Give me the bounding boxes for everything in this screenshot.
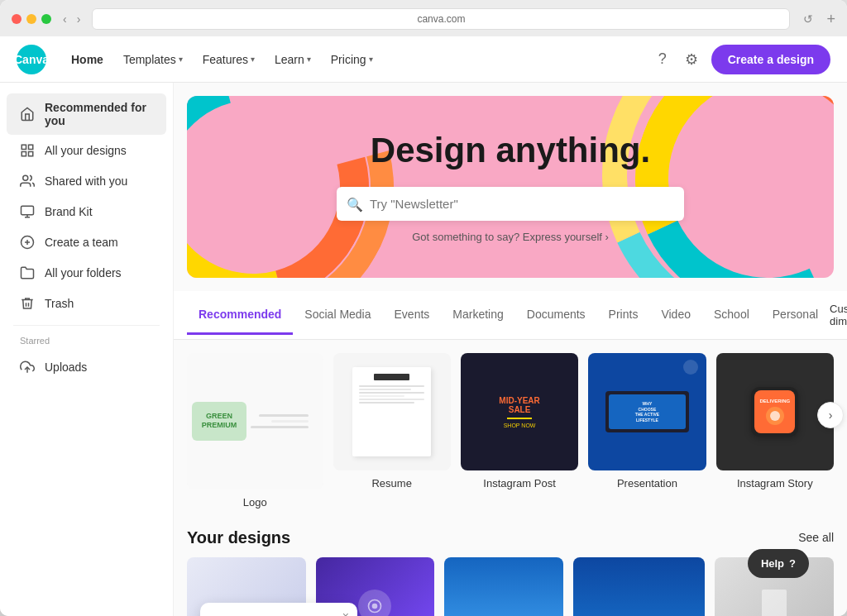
close-traffic-light[interactable] bbox=[12, 14, 22, 24]
help-icon: ? bbox=[789, 557, 796, 570]
sidebar-folders-label: All your folders bbox=[45, 266, 122, 279]
grid-icon bbox=[20, 143, 35, 158]
brand-icon bbox=[20, 204, 35, 219]
nav-right: ? ⚙ Create a design bbox=[653, 45, 830, 74]
promo-popup: × Pay for 1, get 4 free Invite 4 people … bbox=[200, 603, 357, 616]
logo-visual: GREENPREMIUM bbox=[187, 353, 323, 489]
app: Canva Home Templates ▾ Features ▾ Learn … bbox=[0, 36, 847, 616]
template-card-instagram[interactable]: MID-YEARSALE SHOP NOW Instagram Post bbox=[461, 353, 578, 489]
hero-search-input[interactable] bbox=[337, 187, 684, 221]
design-card-3[interactable] bbox=[444, 557, 563, 617]
nav-learn[interactable]: Learn ▾ bbox=[266, 46, 319, 73]
canva-logo[interactable]: Canva bbox=[17, 45, 46, 74]
see-all-link[interactable]: See all bbox=[798, 531, 834, 544]
template-card-logo[interactable]: GREENPREMIUM bbox=[187, 353, 323, 509]
fullscreen-traffic-light[interactable] bbox=[41, 14, 51, 24]
address-bar[interactable]: canva.com bbox=[92, 8, 790, 30]
template-thumb-logo: GREENPREMIUM bbox=[187, 353, 323, 489]
nav-templates[interactable]: Templates ▾ bbox=[115, 46, 191, 73]
content-area: Design anything. 🔍 Got something to say?… bbox=[174, 83, 847, 616]
logo-text: Canva bbox=[14, 53, 49, 66]
sidebar-item-uploads[interactable]: Uploads bbox=[7, 352, 166, 382]
sidebar-item-brand[interactable]: Brand Kit bbox=[7, 197, 166, 227]
home-icon bbox=[20, 107, 35, 122]
hero-banner: Design anything. 🔍 Got something to say?… bbox=[187, 96, 834, 278]
tab-personal[interactable]: Personal bbox=[761, 296, 830, 335]
templates-chevron: ▾ bbox=[179, 55, 183, 64]
svg-point-4 bbox=[23, 175, 28, 180]
template-card-story[interactable]: DELIVERING Instagram Story bbox=[716, 353, 834, 489]
tab-prints[interactable]: Prints bbox=[597, 296, 650, 335]
svg-rect-1 bbox=[29, 145, 33, 149]
sidebar-all-designs-label: All your designs bbox=[45, 144, 127, 157]
forward-button[interactable]: › bbox=[74, 11, 84, 27]
help-label: Help bbox=[761, 557, 784, 570]
settings-icon-button[interactable]: ⚙ bbox=[680, 45, 703, 74]
trash-icon bbox=[20, 296, 35, 311]
back-button[interactable]: ‹ bbox=[60, 11, 70, 27]
sidebar-item-shared[interactable]: Shared with you bbox=[7, 166, 166, 196]
help-icon-button[interactable]: ? bbox=[653, 45, 672, 73]
sidebar-recommended-label: Recommended for you bbox=[45, 101, 153, 127]
hero-search-container: 🔍 bbox=[337, 187, 684, 221]
your-designs-header: Your designs See all bbox=[187, 528, 834, 547]
tab-social-media[interactable]: Social Media bbox=[293, 296, 382, 335]
users-icon bbox=[20, 174, 35, 189]
hero-subtitle[interactable]: Got something to say? Express yourself › bbox=[412, 231, 609, 243]
tab-video[interactable]: Video bbox=[649, 296, 702, 335]
sidebar-item-trash[interactable]: Trash bbox=[7, 289, 166, 318]
sidebar-item-all-designs[interactable]: All your designs bbox=[7, 136, 166, 165]
nav-pricing[interactable]: Pricing ▾ bbox=[323, 46, 381, 73]
hero-title: Design anything. bbox=[371, 131, 650, 170]
nav-home[interactable]: Home bbox=[63, 46, 112, 73]
template-thumb-presentation: WHYCHOOSETHE ACTIVELIFESTYLE bbox=[588, 353, 706, 470]
main-layout: Recommended for you All your designs Sha… bbox=[0, 83, 847, 616]
template-name-logo: Logo bbox=[187, 496, 323, 509]
templates-grid: GREENPREMIUM bbox=[187, 353, 834, 509]
tab-documents[interactable]: Documents bbox=[515, 296, 597, 335]
template-card-resume[interactable]: Resume bbox=[333, 353, 451, 489]
sidebar-item-folders[interactable]: All your folders bbox=[7, 258, 166, 288]
sidebar-shared-label: Shared with you bbox=[45, 174, 127, 188]
carousel-next-button[interactable]: › bbox=[817, 402, 844, 428]
tab-recommended[interactable]: Recommended bbox=[187, 296, 293, 335]
design-card-4[interactable] bbox=[573, 557, 706, 617]
upload-icon bbox=[20, 360, 35, 375]
templates-section: GREENPREMIUM bbox=[174, 340, 847, 522]
create-design-button[interactable]: Create a design bbox=[711, 45, 830, 74]
template-thumb-resume bbox=[333, 353, 451, 470]
starred-section-label: Starred bbox=[7, 332, 166, 349]
reload-button[interactable]: ↺ bbox=[798, 11, 818, 27]
tab-marketing[interactable]: Marketing bbox=[441, 296, 514, 335]
minimize-traffic-light[interactable] bbox=[26, 14, 36, 24]
nav-features[interactable]: Features ▾ bbox=[194, 46, 263, 73]
template-name-story: Instagram Story bbox=[716, 477, 834, 489]
sidebar-item-create-team[interactable]: Create a team bbox=[7, 227, 166, 257]
svg-rect-3 bbox=[29, 152, 33, 156]
features-chevron: ▾ bbox=[251, 55, 255, 64]
nav-links: Home Templates ▾ Features ▾ Learn ▾ Pric… bbox=[63, 46, 637, 73]
tab-events[interactable]: Events bbox=[383, 296, 442, 335]
template-name-presentation: Presentation bbox=[588, 477, 706, 489]
top-nav: Canva Home Templates ▾ Features ▾ Learn … bbox=[0, 36, 847, 83]
template-name-instagram: Instagram Post bbox=[461, 477, 578, 489]
new-tab-button[interactable]: + bbox=[826, 11, 835, 28]
sidebar-item-recommended[interactable]: Recommended for you bbox=[7, 93, 166, 135]
promo-close-button[interactable]: × bbox=[342, 609, 349, 616]
template-thumb-story: DELIVERING bbox=[716, 353, 834, 470]
help-button[interactable]: Help ? bbox=[748, 549, 809, 578]
sidebar: Recommended for you All your designs Sha… bbox=[0, 83, 174, 616]
content-wrapper: Design anything. 🔍 Got something to say?… bbox=[174, 96, 847, 616]
traffic-lights bbox=[12, 14, 51, 24]
svg-rect-0 bbox=[22, 145, 26, 149]
tab-school[interactable]: School bbox=[702, 296, 761, 335]
address-text: canva.com bbox=[417, 13, 465, 25]
template-card-presentation[interactable]: WHYCHOOSETHE ACTIVELIFESTYLE Presentatio… bbox=[588, 353, 706, 489]
custom-dimensions-link[interactable]: Custom dimensions bbox=[830, 291, 847, 339]
template-name-resume: Resume bbox=[333, 477, 451, 489]
plus-circle-icon bbox=[20, 235, 35, 250]
your-designs-section: Your designs See all Design 1 bbox=[174, 522, 847, 617]
sidebar-uploads-label: Uploads bbox=[45, 361, 87, 374]
category-tabs: Recommended Social Media Events Marketin… bbox=[187, 296, 830, 335]
sidebar-trash-label: Trash bbox=[45, 297, 74, 310]
